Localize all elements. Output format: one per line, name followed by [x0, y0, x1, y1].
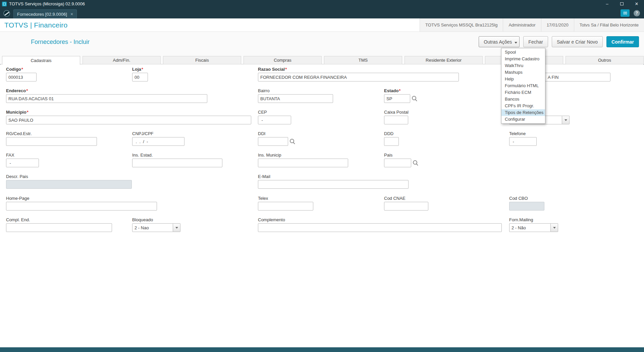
rg-field: RG/Ced.Estr.: [6, 131, 97, 146]
compl-end-label: Compl. End.: [6, 217, 30, 222]
document-tabbar: Fornecedores [02.9.0006] × ✉ ?: [0, 8, 644, 18]
menu-item-bancos[interactable]: Bancos: [501, 96, 545, 103]
complemento-input[interactable]: [258, 223, 502, 232]
company-branch-label: Totvs Sa / Filial Belo Horizonte: [574, 18, 644, 32]
mail-icon[interactable]: ✉: [621, 9, 630, 17]
menu-item-cpfs-ir-progr[interactable]: CPFs IR Progr.: [501, 103, 545, 109]
required-marker: *: [142, 67, 143, 72]
menu-item-help[interactable]: Help: [501, 76, 545, 82]
estado-input[interactable]: [384, 94, 410, 103]
codigo-input[interactable]: [6, 73, 37, 81]
tab-cadastrais[interactable]: Cadastrais: [2, 56, 80, 65]
home-page-label: Home-Page: [6, 196, 29, 201]
tab-adm-fin[interactable]: Adm/Fin.: [83, 56, 161, 64]
menu-item-spool[interactable]: Spool: [501, 49, 545, 56]
app-icon: [2, 2, 7, 6]
combo-arrow-icon[interactable]: [173, 223, 180, 232]
ddi-field: DDI: [258, 131, 296, 146]
endereco-input[interactable]: [6, 94, 207, 103]
municipio-input[interactable]: [6, 116, 251, 124]
outras-acoes-button[interactable]: Outras Ações: [479, 36, 520, 47]
maximize-icon[interactable]: [614, 0, 629, 8]
loja-input[interactable]: [132, 73, 148, 81]
rg-label: RG/Ced.Estr.: [6, 131, 32, 136]
compl-end-field: Compl. End.: [6, 217, 112, 232]
forn-mailing-select[interactable]: [509, 223, 551, 232]
tab-close-icon[interactable]: ×: [70, 11, 73, 17]
tabbar-right-icons: ✉ ?: [621, 9, 644, 18]
ddi-input[interactable]: [258, 137, 288, 146]
razao-social-input[interactable]: [258, 73, 459, 81]
razao-social-field: Razao Social*: [258, 67, 459, 81]
menu-item-walkthru[interactable]: WalkThru: [501, 62, 545, 69]
bairro-label: Bairro: [258, 88, 270, 93]
confirmar-button[interactable]: Confirmar: [606, 36, 639, 47]
telefone-input[interactable]: [509, 137, 537, 146]
combo-arrow-icon[interactable]: [551, 223, 558, 232]
cep-input[interactable]: [258, 116, 291, 124]
cnpj-input[interactable]: [132, 137, 184, 146]
fax-input[interactable]: [6, 159, 39, 167]
cod-cnae-input[interactable]: [384, 202, 428, 211]
pais-field: Pais: [384, 153, 419, 167]
document-tab-fornecedores[interactable]: Fornecedores [02.9.0006] ×: [13, 9, 77, 18]
telex-input[interactable]: [258, 202, 313, 211]
cep-label: CEP: [258, 110, 267, 115]
close-icon[interactable]: ✕: [629, 0, 644, 8]
menu-item-mashups[interactable]: Mashups: [501, 69, 545, 76]
cod-cnae-field: Cod CNAE: [384, 196, 428, 211]
ins-municip-input[interactable]: [258, 159, 348, 167]
menu-item-configurar[interactable]: Configurar: [501, 116, 545, 123]
bloqueado-field: Bloqueado: [132, 217, 180, 232]
search-icon[interactable]: [410, 94, 418, 103]
compl-end-input[interactable]: [6, 223, 112, 232]
caixa-postal-input[interactable]: [384, 116, 408, 124]
window-controls: – ✕: [600, 0, 644, 8]
salvar-criar-novo-button[interactable]: Salvar e Criar Novo: [552, 36, 603, 47]
forn-mailing-field: Forn.Mailing: [509, 217, 558, 232]
outras-acoes-menu: Spool Imprime Cadastro WalkThru Mashups …: [501, 48, 545, 124]
descr-pais-field: Descr. Pais: [6, 174, 132, 189]
menu-item-fichario-ecm[interactable]: Fichário ECM: [501, 89, 545, 96]
application-window: TOTVS Serviços (Microsiga) 02.9.0006 – ✕…: [0, 0, 644, 352]
rg-input[interactable]: [6, 137, 97, 146]
municipio-field: Municipio*: [6, 110, 251, 124]
menu-item-formulario-html[interactable]: Formulário HTML: [501, 82, 545, 89]
razao-social-label: Razao Social: [258, 67, 285, 72]
totvs-logo-icon[interactable]: [3, 10, 10, 17]
tab-tms[interactable]: TMS: [324, 56, 402, 64]
tab-compras[interactable]: Compras: [244, 56, 322, 64]
caixa-postal-label: Caixa Postal: [384, 110, 409, 115]
cod-cbo-input: [509, 202, 544, 211]
tab-residente-exterior[interactable]: Residente Exterior: [405, 56, 483, 64]
descr-pais-input: [6, 180, 132, 189]
cnpj-field: CNPJ/CPF: [132, 131, 184, 146]
menu-item-imprime-cadastro[interactable]: Imprime Cadastro: [501, 56, 545, 62]
window-titlebar: TOTVS Serviços (Microsiga) 02.9.0006 – ✕: [0, 0, 644, 8]
required-marker: *: [399, 88, 400, 93]
help-icon[interactable]: ?: [634, 10, 640, 16]
minimize-icon[interactable]: –: [600, 0, 614, 8]
pais-input[interactable]: [384, 159, 411, 167]
home-page-input[interactable]: [6, 202, 157, 211]
search-icon[interactable]: [411, 159, 419, 167]
ins-estad-input[interactable]: [132, 159, 222, 167]
bloqueado-select[interactable]: [132, 223, 173, 232]
required-marker: *: [27, 110, 29, 115]
header-meta: TOTVS Serviços MSSQL Bra12125lg Administ…: [420, 18, 644, 32]
combo-arrow-icon[interactable]: [562, 116, 570, 124]
fax-field: FAX: [6, 153, 39, 167]
bairro-input[interactable]: [258, 94, 333, 103]
email-input[interactable]: [258, 180, 409, 189]
telex-label: Telex: [258, 196, 268, 201]
tab-fiscais[interactable]: Fiscais: [163, 56, 241, 64]
endereco-label: Endereco: [6, 88, 26, 93]
search-icon[interactable]: [288, 137, 296, 146]
menu-item-tipos-de-retencoes[interactable]: Tipos de Retenções: [501, 109, 545, 116]
pais-label: Pais: [384, 153, 392, 158]
tab-outros[interactable]: Outros: [566, 56, 644, 64]
action-buttons: Outras Ações Fechar Salvar e Criar Novo …: [479, 36, 639, 47]
ddd-input[interactable]: [384, 137, 399, 146]
codigo-label: Codigo: [6, 67, 21, 72]
fechar-button[interactable]: Fechar: [523, 36, 548, 47]
